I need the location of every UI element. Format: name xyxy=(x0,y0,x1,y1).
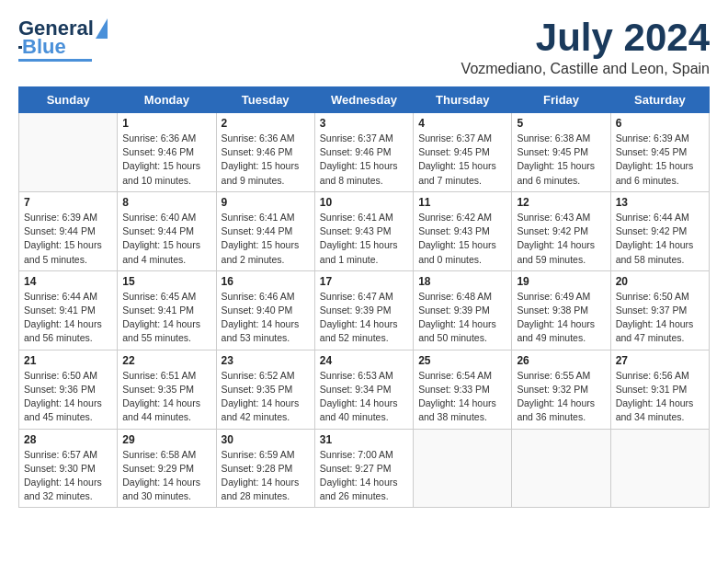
day-number: 7 xyxy=(24,196,112,209)
calendar-day-cell xyxy=(512,429,610,508)
day-number: 5 xyxy=(517,117,605,130)
calendar-day-cell: 20Sunrise: 6:50 AM Sunset: 9:37 PM Dayli… xyxy=(610,270,709,350)
calendar-day-cell: 29Sunrise: 6:58 AM Sunset: 9:29 PM Dayli… xyxy=(118,429,216,508)
calendar-day-cell: 26Sunrise: 6:55 AM Sunset: 9:32 PM Dayli… xyxy=(512,350,610,429)
day-number: 9 xyxy=(222,196,310,209)
calendar-day-cell: 7Sunrise: 6:39 AM Sunset: 9:44 PM Daylig… xyxy=(19,191,118,270)
logo-bar xyxy=(18,59,92,62)
month-year-title: July 2024 xyxy=(461,18,710,57)
day-info: Sunrise: 6:58 AM Sunset: 9:29 PM Dayligh… xyxy=(122,448,210,504)
day-info: Sunrise: 6:43 AM Sunset: 9:42 PM Dayligh… xyxy=(517,211,605,267)
day-of-week-header: Tuesday xyxy=(216,87,314,113)
logo: General Blue xyxy=(18,18,108,62)
day-info: Sunrise: 6:45 AM Sunset: 9:41 PM Dayligh… xyxy=(122,290,210,346)
day-number: 23 xyxy=(222,354,310,367)
day-number: 24 xyxy=(320,354,408,367)
day-info: Sunrise: 6:46 AM Sunset: 9:40 PM Dayligh… xyxy=(222,290,310,346)
calendar-day-cell: 23Sunrise: 6:52 AM Sunset: 9:35 PM Dayli… xyxy=(216,350,314,429)
day-number: 12 xyxy=(517,196,605,209)
calendar-day-cell: 14Sunrise: 6:44 AM Sunset: 9:41 PM Dayli… xyxy=(19,270,118,350)
day-number: 2 xyxy=(222,117,310,130)
logo-text-blue: Blue xyxy=(22,37,66,57)
day-number: 16 xyxy=(222,275,310,288)
calendar-day-cell: 3Sunrise: 6:37 AM Sunset: 9:46 PM Daylig… xyxy=(314,113,413,192)
calendar-day-cell: 24Sunrise: 6:53 AM Sunset: 9:34 PM Dayli… xyxy=(314,350,413,429)
calendar-day-cell xyxy=(610,429,709,508)
calendar-day-cell: 16Sunrise: 6:46 AM Sunset: 9:40 PM Dayli… xyxy=(216,270,314,350)
day-number: 17 xyxy=(320,275,408,288)
day-info: Sunrise: 6:55 AM Sunset: 9:32 PM Dayligh… xyxy=(517,369,605,425)
day-number: 13 xyxy=(616,196,704,209)
day-number: 26 xyxy=(517,354,605,367)
day-info: Sunrise: 6:57 AM Sunset: 9:30 PM Dayligh… xyxy=(24,448,112,504)
day-number: 27 xyxy=(616,354,704,367)
calendar-day-cell: 27Sunrise: 6:56 AM Sunset: 9:31 PM Dayli… xyxy=(610,350,709,429)
calendar-day-cell: 9Sunrise: 6:41 AM Sunset: 9:44 PM Daylig… xyxy=(216,191,314,270)
location-subtitle: Vozmediano, Castille and Leon, Spain xyxy=(461,61,710,77)
day-info: Sunrise: 6:56 AM Sunset: 9:31 PM Dayligh… xyxy=(616,369,704,425)
calendar-day-cell: 22Sunrise: 6:51 AM Sunset: 9:35 PM Dayli… xyxy=(118,350,216,429)
calendar-week-row: 21Sunrise: 6:50 AM Sunset: 9:36 PM Dayli… xyxy=(19,350,710,429)
day-info: Sunrise: 6:54 AM Sunset: 9:33 PM Dayligh… xyxy=(418,369,506,425)
day-info: Sunrise: 6:52 AM Sunset: 9:35 PM Dayligh… xyxy=(222,369,310,425)
day-info: Sunrise: 6:36 AM Sunset: 9:46 PM Dayligh… xyxy=(122,132,210,188)
calendar-day-cell: 13Sunrise: 6:44 AM Sunset: 9:42 PM Dayli… xyxy=(610,191,709,270)
day-info: Sunrise: 6:51 AM Sunset: 9:35 PM Dayligh… xyxy=(122,369,210,425)
day-number: 25 xyxy=(418,354,506,367)
day-info: Sunrise: 6:37 AM Sunset: 9:45 PM Dayligh… xyxy=(418,132,506,188)
calendar-table: SundayMondayTuesdayWednesdayThursdayFrid… xyxy=(18,86,710,508)
day-info: Sunrise: 6:47 AM Sunset: 9:39 PM Dayligh… xyxy=(320,290,408,346)
calendar-day-cell: 11Sunrise: 6:42 AM Sunset: 9:43 PM Dayli… xyxy=(414,191,512,270)
day-number: 22 xyxy=(122,354,210,367)
day-number: 29 xyxy=(122,433,210,446)
calendar-day-cell: 19Sunrise: 6:49 AM Sunset: 9:38 PM Dayli… xyxy=(512,270,610,350)
day-info: Sunrise: 6:38 AM Sunset: 9:45 PM Dayligh… xyxy=(517,132,605,188)
calendar-day-cell: 2Sunrise: 6:36 AM Sunset: 9:46 PM Daylig… xyxy=(216,113,314,192)
day-info: Sunrise: 6:48 AM Sunset: 9:39 PM Dayligh… xyxy=(418,290,506,346)
calendar-day-cell xyxy=(414,429,512,508)
calendar-week-row: 28Sunrise: 6:57 AM Sunset: 9:30 PM Dayli… xyxy=(19,429,710,508)
day-number: 11 xyxy=(418,196,506,209)
day-info: Sunrise: 6:49 AM Sunset: 9:38 PM Dayligh… xyxy=(517,290,605,346)
day-number: 31 xyxy=(320,433,408,446)
day-of-week-header: Sunday xyxy=(19,87,118,113)
day-of-week-header: Thursday xyxy=(414,87,512,113)
day-info: Sunrise: 6:44 AM Sunset: 9:42 PM Dayligh… xyxy=(616,211,704,267)
calendar-day-cell: 21Sunrise: 6:50 AM Sunset: 9:36 PM Dayli… xyxy=(19,350,118,429)
page-header: General Blue July 2024 Vozmediano, Casti… xyxy=(18,18,710,77)
day-of-week-header: Friday xyxy=(512,87,610,113)
calendar-week-row: 14Sunrise: 6:44 AM Sunset: 9:41 PM Dayli… xyxy=(19,270,710,350)
day-info: Sunrise: 6:41 AM Sunset: 9:44 PM Dayligh… xyxy=(222,211,310,267)
day-number: 1 xyxy=(122,117,210,130)
day-number: 14 xyxy=(24,275,112,288)
day-info: Sunrise: 6:39 AM Sunset: 9:44 PM Dayligh… xyxy=(24,211,112,267)
day-number: 4 xyxy=(418,117,506,130)
day-of-week-header: Monday xyxy=(118,87,216,113)
day-info: Sunrise: 6:40 AM Sunset: 9:44 PM Dayligh… xyxy=(122,211,210,267)
day-info: Sunrise: 6:36 AM Sunset: 9:46 PM Dayligh… xyxy=(222,132,310,188)
calendar-day-cell: 28Sunrise: 6:57 AM Sunset: 9:30 PM Dayli… xyxy=(19,429,118,508)
day-of-week-header: Wednesday xyxy=(314,87,413,113)
day-number: 20 xyxy=(616,275,704,288)
calendar-header-row: SundayMondayTuesdayWednesdayThursdayFrid… xyxy=(19,87,710,113)
day-info: Sunrise: 6:41 AM Sunset: 9:43 PM Dayligh… xyxy=(320,211,408,267)
day-info: Sunrise: 6:59 AM Sunset: 9:28 PM Dayligh… xyxy=(222,448,310,504)
calendar-day-cell: 15Sunrise: 6:45 AM Sunset: 9:41 PM Dayli… xyxy=(118,270,216,350)
day-info: Sunrise: 6:39 AM Sunset: 9:45 PM Dayligh… xyxy=(616,132,704,188)
calendar-day-cell: 18Sunrise: 6:48 AM Sunset: 9:39 PM Dayli… xyxy=(414,270,512,350)
calendar-day-cell: 30Sunrise: 6:59 AM Sunset: 9:28 PM Dayli… xyxy=(216,429,314,508)
day-number: 15 xyxy=(122,275,210,288)
day-number: 6 xyxy=(616,117,704,130)
calendar-day-cell: 12Sunrise: 6:43 AM Sunset: 9:42 PM Dayli… xyxy=(512,191,610,270)
day-number: 18 xyxy=(418,275,506,288)
day-info: Sunrise: 6:37 AM Sunset: 9:46 PM Dayligh… xyxy=(320,132,408,188)
calendar-week-row: 7Sunrise: 6:39 AM Sunset: 9:44 PM Daylig… xyxy=(19,191,710,270)
day-info: Sunrise: 7:00 AM Sunset: 9:27 PM Dayligh… xyxy=(320,448,408,504)
calendar-day-cell: 8Sunrise: 6:40 AM Sunset: 9:44 PM Daylig… xyxy=(118,191,216,270)
calendar-day-cell: 1Sunrise: 6:36 AM Sunset: 9:46 PM Daylig… xyxy=(118,113,216,192)
day-number: 10 xyxy=(320,196,408,209)
day-info: Sunrise: 6:50 AM Sunset: 9:36 PM Dayligh… xyxy=(24,369,112,425)
calendar-day-cell: 17Sunrise: 6:47 AM Sunset: 9:39 PM Dayli… xyxy=(314,270,413,350)
day-info: Sunrise: 6:44 AM Sunset: 9:41 PM Dayligh… xyxy=(24,290,112,346)
calendar-week-row: 1Sunrise: 6:36 AM Sunset: 9:46 PM Daylig… xyxy=(19,113,710,192)
